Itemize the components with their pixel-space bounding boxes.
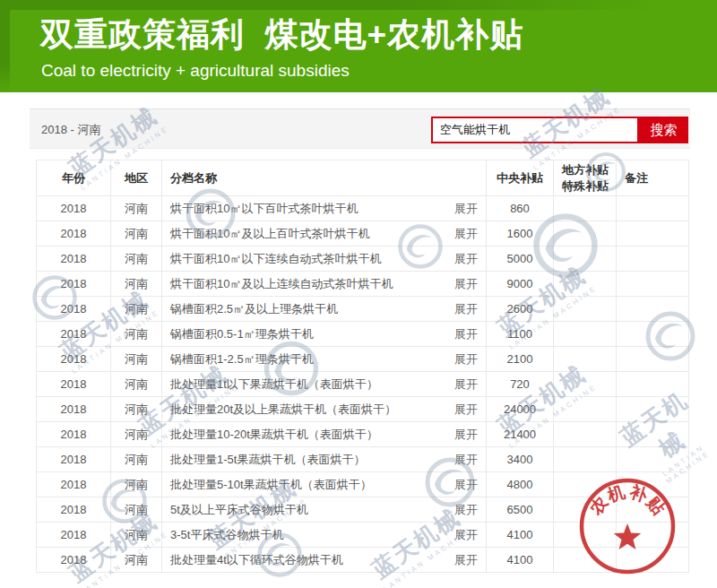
cell-name: 展开 锅槽面积2.5㎡及以上理条烘干机 bbox=[162, 297, 487, 322]
table-row: 2018 河南 展开 批处理量5-10t果蔬烘干机（表面烘干） 4800 bbox=[37, 472, 689, 497]
cell-region: 河南 bbox=[111, 246, 162, 272]
cell-year: 2018 bbox=[37, 548, 111, 573]
cell-central-subsidy: 720 bbox=[487, 372, 554, 397]
cell-name-text: 批处理量20t及以上果蔬烘干机（表面烘干） bbox=[170, 402, 396, 416]
col-header-local: 地方补贴 特殊补贴 bbox=[554, 160, 617, 196]
cell-local-subsidy bbox=[554, 472, 617, 497]
expand-link[interactable]: 展开 bbox=[454, 502, 478, 518]
cell-name: 展开 烘干面积10㎡以下百叶式茶叶烘干机 bbox=[162, 196, 487, 221]
cell-region: 河南 bbox=[111, 347, 162, 372]
expand-link[interactable]: 展开 bbox=[454, 402, 478, 418]
expand-link[interactable]: 展开 bbox=[454, 251, 478, 267]
table-row: 2018 河南 展开 5t及以上平床式谷物烘干机 6500 bbox=[37, 497, 689, 523]
expand-link[interactable]: 展开 bbox=[454, 226, 478, 242]
cell-local-subsidy bbox=[554, 548, 617, 573]
expand-link[interactable]: 展开 bbox=[454, 477, 478, 493]
cell-region: 河南 bbox=[111, 372, 162, 397]
cell-name: 展开 批处理量1-5t果蔬烘干机（表面烘干） bbox=[162, 447, 487, 472]
cell-remark bbox=[617, 472, 689, 497]
cell-year: 2018 bbox=[37, 422, 111, 447]
table-row: 2018 河南 展开 锅槽面积1-2.5㎡理条烘干机 2100 bbox=[37, 347, 689, 372]
cell-year: 2018 bbox=[37, 196, 111, 221]
cell-year: 2018 bbox=[37, 372, 111, 397]
col-header-remark: 备注 bbox=[617, 160, 689, 196]
cell-region: 河南 bbox=[111, 297, 162, 322]
cell-remark bbox=[617, 447, 689, 472]
table-row: 2018 河南 展开 锅槽面积2.5㎡及以上理条烘干机 2600 bbox=[37, 297, 689, 322]
cell-region: 河南 bbox=[111, 397, 162, 422]
cell-local-subsidy bbox=[554, 347, 617, 372]
expand-link[interactable]: 展开 bbox=[454, 427, 478, 443]
cell-name: 展开 烘干面积10㎡以下连续自动式茶叶烘干机 bbox=[162, 246, 487, 272]
cell-year: 2018 bbox=[37, 297, 111, 322]
banner: 双重政策福利 煤改电+农机补贴 Coal to electricity + ag… bbox=[0, 0, 717, 92]
search-input[interactable] bbox=[431, 117, 639, 143]
cell-remark bbox=[617, 372, 689, 397]
col-header-central: 中央补贴 bbox=[487, 160, 554, 196]
cell-remark bbox=[617, 322, 689, 347]
table-row: 2018 河南 展开 烘干面积10㎡及以上连续自动式茶叶烘干机 9000 bbox=[37, 272, 689, 297]
cell-central-subsidy: 860 bbox=[487, 196, 554, 221]
banner-title: 双重政策福利 煤改电+农机补贴 bbox=[40, 13, 523, 57]
cell-name: 展开 批处理量20t及以上果蔬烘干机（表面烘干） bbox=[162, 397, 487, 422]
cell-name-text: 批处理量1-5t果蔬烘干机（表面烘干） bbox=[170, 453, 365, 466]
cell-year: 2018 bbox=[37, 347, 111, 372]
cell-year: 2018 bbox=[37, 221, 111, 246]
expand-link[interactable]: 展开 bbox=[454, 452, 478, 468]
table-row: 2018 河南 展开 批处理量1-5t果蔬烘干机（表面烘干） 3400 bbox=[37, 447, 689, 472]
toolbar: 2018 - 河南 搜索 bbox=[30, 108, 690, 149]
cell-remark bbox=[617, 397, 689, 422]
cell-central-subsidy: 3400 bbox=[487, 447, 554, 472]
cell-local-subsidy bbox=[554, 272, 617, 297]
cell-local-subsidy bbox=[554, 397, 617, 422]
cell-region: 河南 bbox=[111, 196, 162, 221]
cell-region: 河南 bbox=[111, 497, 162, 523]
cell-local-subsidy bbox=[554, 196, 617, 221]
cell-remark bbox=[617, 548, 689, 573]
cell-name: 展开 批处理量5-10t果蔬烘干机（表面烘干） bbox=[162, 472, 487, 497]
cell-remark bbox=[617, 196, 689, 221]
cell-region: 河南 bbox=[111, 272, 162, 297]
cell-year: 2018 bbox=[37, 447, 111, 472]
cell-name-text: 批处理量4t以下循环式谷物烘干机 bbox=[170, 553, 343, 566]
cell-name-text: 批处理量10-20t果蔬烘干机（表面烘干） bbox=[170, 428, 378, 441]
cell-local-subsidy bbox=[554, 523, 617, 548]
cell-name: 展开 锅槽面积1-2.5㎡理条烘干机 bbox=[162, 347, 487, 372]
expand-link[interactable]: 展开 bbox=[454, 301, 478, 317]
cell-year: 2018 bbox=[37, 497, 111, 523]
expand-link[interactable]: 展开 bbox=[454, 376, 478, 393]
cell-name: 展开 烘干面积10㎡及以上连续自动式茶叶烘干机 bbox=[162, 272, 487, 297]
expand-link[interactable]: 展开 bbox=[454, 351, 478, 368]
col-header-region: 地区 bbox=[111, 160, 162, 196]
cell-local-subsidy bbox=[554, 246, 617, 272]
cell-name: 展开 3-5t平床式谷物烘干机 bbox=[162, 523, 487, 548]
cell-name: 展开 5t及以上平床式谷物烘干机 bbox=[162, 497, 487, 523]
banner-top-edge bbox=[0, 0, 717, 10]
subsidy-table: 年份 地区 分档名称 中央补贴 地方补贴 特殊补贴 备注 2018 河南 展开 … bbox=[36, 160, 689, 573]
cell-remark bbox=[617, 246, 689, 272]
expand-link[interactable]: 展开 bbox=[454, 552, 478, 568]
banner-left-edge bbox=[0, 0, 10, 92]
cell-remark bbox=[617, 297, 689, 322]
cell-year: 2018 bbox=[37, 397, 111, 422]
cell-region: 河南 bbox=[111, 447, 162, 472]
cell-central-subsidy: 4800 bbox=[487, 472, 554, 497]
expand-link[interactable]: 展开 bbox=[454, 201, 478, 217]
expand-link[interactable]: 展开 bbox=[454, 276, 478, 292]
cell-name: 展开 烘干面积10㎡及以上百叶式茶叶烘干机 bbox=[162, 221, 487, 246]
cell-year: 2018 bbox=[37, 322, 111, 347]
cell-central-subsidy: 6500 bbox=[487, 497, 554, 523]
cell-name-text: 5t及以上平床式谷物烘干机 bbox=[170, 503, 308, 516]
search-button[interactable]: 搜索 bbox=[639, 117, 688, 143]
expand-link[interactable]: 展开 bbox=[454, 326, 478, 342]
cell-region: 河南 bbox=[111, 422, 162, 447]
col-header-year: 年份 bbox=[37, 160, 111, 196]
cell-remark bbox=[617, 272, 689, 297]
cell-name-text: 批处理量5-10t果蔬烘干机（表面烘干） bbox=[170, 478, 372, 491]
cell-remark bbox=[617, 422, 689, 447]
expand-link[interactable]: 展开 bbox=[454, 527, 478, 543]
cell-region: 河南 bbox=[111, 548, 162, 573]
cell-local-subsidy bbox=[554, 372, 617, 397]
cell-name-text: 锅槽面积2.5㎡及以上理条烘干机 bbox=[170, 302, 338, 316]
table-row: 2018 河南 展开 烘干面积10㎡以下连续自动式茶叶烘干机 5000 bbox=[37, 246, 689, 272]
